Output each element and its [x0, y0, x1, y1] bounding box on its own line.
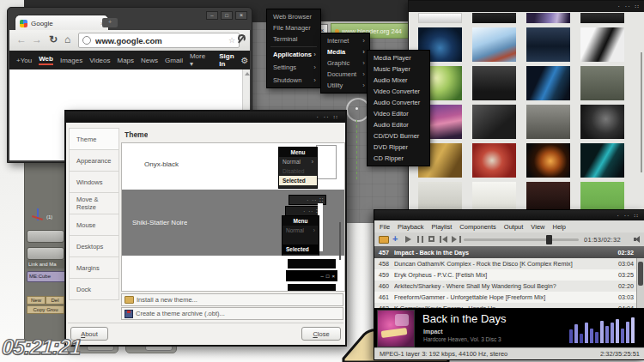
back-icon[interactable]: ← [16, 33, 27, 45]
home-icon[interactable]: ⌂ [64, 33, 70, 45]
minimize-dots-icon[interactable]: · [617, 213, 620, 219]
menu-item-web-browser[interactable]: Web Browser [267, 11, 320, 22]
menu-playlist[interactable]: Playlist [432, 223, 453, 231]
menu-item-file-manager[interactable]: File Manager [267, 22, 320, 33]
nav-web[interactable]: Web [39, 55, 53, 65]
theme-window-titlebar[interactable]: · ·· ∷ [66, 112, 345, 123]
menu-item-audio-converter[interactable]: Audio Converter [368, 97, 429, 108]
close-dots-icon[interactable]: ∷ [635, 213, 639, 219]
next-icon[interactable] [452, 236, 461, 243]
menu-item-applications[interactable]: Applications› [267, 49, 320, 60]
url-text[interactable]: www.google.com [95, 36, 228, 45]
tab-theme[interactable]: Theme [69, 128, 119, 150]
nav-videos[interactable]: Videos [89, 57, 110, 64]
thumbnail[interactable] [472, 27, 516, 62]
menu-item-audio-editor[interactable]: Audio Editor [368, 119, 429, 130]
playlist-row[interactable]: 459Eryk Orpheus - P.V.C. [Fetish Mix]03:… [374, 269, 644, 281]
thumbnail[interactable] [580, 27, 624, 62]
thumbnail[interactable] [472, 182, 516, 211]
nav-gmail[interactable]: Gmail [165, 57, 183, 64]
thumbnail[interactable] [418, 13, 462, 23]
maximize-dots-icon[interactable]: ·· [625, 3, 631, 9]
playlist-row[interactable]: 458Duncan Oatham/K Complex - Rock the Di… [374, 258, 644, 269]
tab-move-resize[interactable]: Move & Resize [69, 193, 119, 214]
tab-appearance[interactable]: Appearance [69, 150, 119, 172]
thumbnail[interactable] [580, 182, 624, 211]
blender-dropdown-1[interactable] [27, 230, 64, 243]
menu-view[interactable]: View [531, 223, 544, 231]
close-dots-icon[interactable]: ∷ [635, 3, 640, 9]
thumbnail[interactable] [472, 13, 516, 23]
player-titlebar[interactable]: · ·· ∷ [374, 210, 644, 220]
nav-maps[interactable]: Maps [117, 57, 134, 64]
menu-item-cd-ripper[interactable]: CD Ripper [368, 153, 429, 164]
seek-handle[interactable] [546, 235, 552, 244]
menu-file[interactable]: File [380, 223, 390, 231]
thumbnail[interactable] [472, 105, 516, 139]
tab-dock[interactable]: Dock [69, 279, 119, 300]
playlist-scrollbar-thumb[interactable] [638, 262, 643, 286]
menu-item-internet[interactable]: Internet› [321, 35, 369, 46]
menu-item-shutdown[interactable]: Shutdown› [267, 75, 320, 86]
volume-icon[interactable] [634, 236, 641, 243]
previous-icon[interactable] [440, 236, 449, 243]
install-theme-button[interactable]: Install a new theme... [121, 293, 343, 306]
menu-output[interactable]: Output [504, 223, 524, 231]
menu-item-dvd-ripper[interactable]: DVD Ripper [368, 142, 429, 153]
forward-icon[interactable]: → [32, 33, 42, 45]
menu-components[interactable]: Components [459, 223, 496, 231]
theme-list-scrollbar[interactable] [339, 222, 341, 260]
thumbnail[interactable] [526, 27, 570, 62]
stop-icon[interactable] [428, 236, 434, 242]
thumbnail-scrollbar[interactable] [641, 52, 642, 172]
blender-new-button[interactable]: New [27, 296, 46, 305]
browser-close-button[interactable]: × [235, 11, 247, 20]
minimize-dots-icon[interactable]: · [317, 114, 319, 120]
menu-item-graphic[interactable]: Graphic› [321, 57, 369, 69]
menu-item-cd-dvd-burner[interactable]: CD/DVD Burner [368, 130, 429, 142]
menu-item-audio-mixer[interactable]: Audio Mixer [368, 75, 429, 86]
menu-item-music-player[interactable]: Music Player [368, 63, 429, 75]
close-dots-icon[interactable]: ∷ [334, 114, 338, 120]
blender-mesh-field[interactable]: ME:Cube [27, 271, 66, 282]
maximize-dots-icon[interactable]: ·· [324, 114, 330, 120]
new-tab-button[interactable]: + [102, 18, 118, 27]
minimize-dots-icon[interactable]: · [618, 3, 621, 9]
blender-copy-button[interactable]: Copy Grou [27, 305, 64, 314]
wrench-icon[interactable] [236, 34, 246, 45]
menu-item-video-editor[interactable]: Video Editor [368, 108, 429, 119]
browser-minimize-button[interactable]: – [206, 11, 218, 20]
browser-maximize-button[interactable]: □ [221, 11, 233, 20]
thumbnail[interactable] [472, 143, 516, 178]
menu-item-document[interactable]: Document› [321, 69, 369, 80]
seek-slider[interactable] [464, 238, 579, 241]
tab-windows[interactable]: Windows [69, 172, 119, 193]
bookmark-star-icon[interactable]: ☆ [228, 36, 235, 45]
tab-margins[interactable]: Margins [69, 257, 119, 279]
thumbnail[interactable] [526, 13, 570, 23]
image-browser-titlebar[interactable]: · ·· ∷ [409, 1, 644, 12]
menu-item-media-player[interactable]: Media Player [368, 52, 429, 63]
nav-news[interactable]: News [141, 57, 158, 64]
nav-you[interactable]: +You [16, 57, 32, 64]
address-bar[interactable]: www.google.com ☆ [78, 33, 240, 48]
thumbnail[interactable] [526, 182, 570, 211]
thumbnail[interactable] [580, 143, 624, 178]
site-info-icon[interactable] [82, 36, 91, 45]
thumbnail[interactable] [580, 105, 624, 139]
playlist-row[interactable]: 461Freeform/Gammer - Unforgettable Hope … [374, 292, 644, 303]
menu-help[interactable]: Help [552, 223, 565, 231]
blender-dropdown-2[interactable] [27, 247, 64, 260]
playlist-scrollbar[interactable] [636, 258, 644, 308]
sign-in-link[interactable]: Sign In [219, 52, 234, 68]
playlist-row-current[interactable]: 457Impact - Back in the Days02:32 [374, 246, 644, 258]
thumbnail[interactable] [580, 66, 624, 100]
thumbnail[interactable] [580, 13, 624, 23]
thumbnail[interactable] [526, 105, 570, 139]
thumbnail[interactable] [418, 182, 462, 211]
menu-item-terminal[interactable]: Terminal [267, 33, 320, 45]
pause-icon[interactable] [417, 236, 423, 243]
tab-desktops[interactable]: Desktops [69, 236, 119, 257]
thumbnail[interactable] [526, 143, 570, 178]
theme-row-onyx[interactable]: Onyx-black Menu Normal› Disabled Selecte… [122, 143, 344, 190]
